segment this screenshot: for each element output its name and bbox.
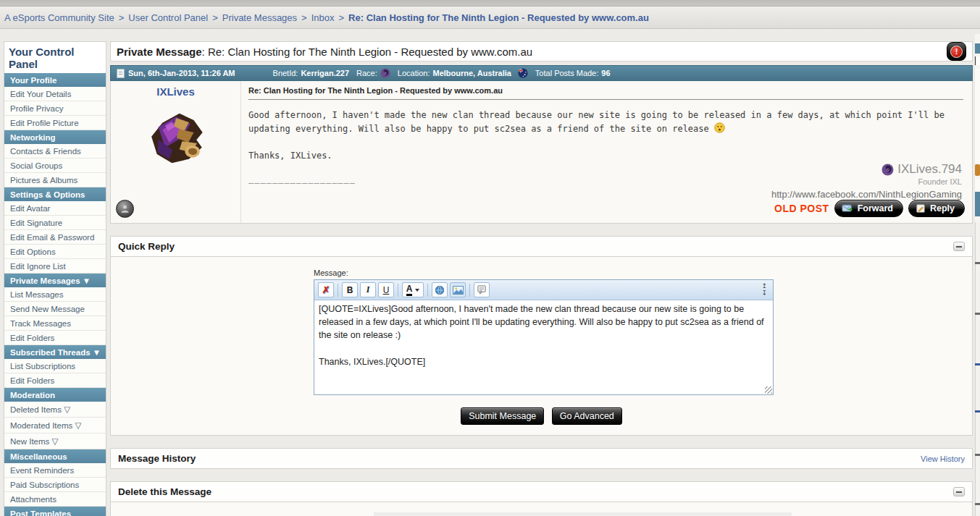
pm-title-text: : Re: Clan Hosting for The Ninth Legion …: [202, 46, 533, 58]
sidebar-section-your-profile[interactable]: Your Profile: [4, 73, 106, 87]
sidebar-item-edit-profile-picture[interactable]: Edit Profile Picture: [4, 116, 106, 130]
breadcrumb-separator: >: [212, 12, 218, 23]
clipped-fragment: [975, 192, 980, 216]
sidebar-item-edit-folders-pm[interactable]: Edit Folders: [4, 331, 106, 345]
reply-pencil-icon: [916, 203, 926, 213]
sidebar-item-edit-folders-subs[interactable]: Edit Folders: [4, 373, 106, 388]
delete-message-title: Delete this Message: [118, 486, 212, 497]
sidebar-section-subscribed-threads[interactable]: Subscribed Threads ▼: [4, 345, 106, 359]
sidebar-item-edit-ignore-list[interactable]: Edit Ignore List: [4, 259, 106, 274]
quick-reply-section: Quick Reply Message: ✗ B I U A: [110, 236, 973, 436]
sidebar-section-post-templates[interactable]: Post Templates: [4, 507, 106, 516]
view-history-link[interactable]: View History: [921, 454, 965, 463]
sidebar-item-moderated-items[interactable]: Moderated Items ▽: [4, 418, 106, 433]
globe-link-icon: [435, 285, 445, 295]
signature-url[interactable]: http://www.facebook.com/NinthLegionGamin…: [771, 189, 962, 200]
sidebar-item-edit-signature[interactable]: Edit Signature: [4, 216, 106, 230]
sidebar-item-deleted-items[interactable]: Deleted Items ▽: [4, 402, 106, 418]
message-history-header: Message History View History: [110, 448, 973, 469]
clipped-fragment: [975, 313, 980, 315]
pm-message-panel: IXLives Re: Clan Ho: [110, 81, 973, 224]
reply-button[interactable]: Reply: [908, 200, 965, 217]
message-field-label: Message:: [314, 268, 774, 277]
sidebar-item-edit-email-password[interactable]: Edit Email & Password: [4, 230, 106, 245]
sidebar-section-settings-options[interactable]: Settings & Options: [4, 187, 106, 201]
smiley-icon: [714, 122, 725, 133]
sidebar-section-private-messages[interactable]: Private Messages ▼: [4, 274, 106, 287]
font-color-button[interactable]: A: [402, 282, 424, 297]
signature-zerg-icon: [881, 164, 894, 176]
underline-button[interactable]: U: [378, 282, 394, 297]
message-history-title: Message History: [118, 453, 196, 464]
reply-label: Reply: [930, 203, 955, 213]
insert-link-button[interactable]: [432, 282, 448, 297]
pm-title-label: Private Message: [117, 46, 202, 58]
sidebar-section-miscellaneous[interactable]: Miscellaneous: [4, 449, 106, 463]
delete-message-header: Delete this Message: [110, 481, 973, 502]
sidebar-section-moderation[interactable]: Moderation: [4, 388, 106, 402]
editor-resize-controls: ↥ ↧: [761, 283, 769, 297]
breadcrumb-separator: >: [338, 12, 344, 23]
sidebar-item-profile-privacy[interactable]: Profile Privacy: [4, 101, 106, 116]
editor-grow-button[interactable]: ↥: [761, 283, 767, 289]
sidebar-item-list-messages[interactable]: List Messages: [4, 287, 106, 302]
insert-image-button[interactable]: [450, 282, 466, 297]
sidebar-item-list-subscriptions[interactable]: List Subscriptions: [4, 359, 106, 373]
sidebar-item-send-new-message[interactable]: Send New Message: [4, 302, 106, 316]
user-offline-status-icon: [116, 200, 134, 218]
report-post-button[interactable]: !: [947, 42, 966, 61]
editor-shrink-button[interactable]: ↧: [761, 290, 767, 297]
bnetid-value: Kerrigan.227: [301, 69, 349, 77]
image-icon: [453, 286, 464, 295]
submit-message-button[interactable]: Submit Message: [461, 407, 544, 425]
sidebar-section-networking[interactable]: Networking: [4, 130, 106, 144]
sidebar-item-edit-your-details[interactable]: Edit Your Details: [4, 87, 106, 101]
pm-title-bar: Private Message: Re: Clan Hosting for Th…: [110, 41, 973, 62]
sidebar-item-edit-avatar[interactable]: Edit Avatar: [4, 201, 106, 216]
collapse-quick-reply-button[interactable]: [953, 242, 965, 251]
signature-handle: IXLives.794: [897, 162, 962, 177]
clipped-fragment: [975, 43, 980, 54]
sidebar-item-edit-options[interactable]: Edit Options: [4, 245, 106, 259]
main-content: Private Message: Re: Clan Hosting for Th…: [110, 41, 973, 516]
breadcrumb-site[interactable]: A eSports Community Site: [4, 12, 114, 23]
go-advanced-button[interactable]: Go Advanced: [552, 407, 622, 425]
message-document-icon: [117, 69, 125, 78]
breadcrumb: A eSports Community Site > User Control …: [0, 7, 980, 29]
quick-reply-header: Quick Reply: [110, 236, 973, 257]
breadcrumb-private-messages[interactable]: Private Messages: [222, 12, 297, 23]
wrap-quote-button[interactable]: [474, 282, 490, 297]
bold-button[interactable]: B: [342, 282, 358, 297]
quick-reply-title: Quick Reply: [118, 241, 175, 252]
breadcrumb-inbox[interactable]: Inbox: [311, 12, 335, 23]
delete-message-body: Delete Message To delete this message, c…: [110, 502, 973, 516]
breadcrumb-separator: >: [301, 12, 307, 23]
author-username[interactable]: IXLives: [111, 85, 240, 98]
sidebar-item-event-reminders[interactable]: Event Reminders: [4, 463, 106, 478]
collapse-delete-section-button[interactable]: [953, 487, 965, 496]
sidebar-item-paid-subscriptions[interactable]: Paid Subscriptions: [4, 478, 106, 492]
sidebar-item-social-groups[interactable]: Social Groups: [4, 158, 106, 173]
clipped-fragment: [975, 262, 980, 264]
delete-message-fieldset: Delete Message To delete this message, c…: [374, 512, 792, 516]
sidebar-item-contacts-friends[interactable]: Contacts & Friends: [4, 144, 106, 158]
author-avatar[interactable]: [111, 109, 240, 167]
forward-button[interactable]: Forward: [834, 200, 903, 217]
remove-formatting-button[interactable]: ✗: [318, 282, 334, 297]
sidebar-title: Your Control Panel: [4, 42, 106, 73]
breadcrumb-user-control-panel[interactable]: User Control Panel: [128, 12, 208, 23]
italic-button[interactable]: I: [360, 282, 376, 297]
pm-action-row: OLD POST Forward Reply: [774, 200, 965, 217]
message-paragraph-2: Thanks, IXLives.: [248, 151, 332, 161]
chevron-down-icon: [415, 289, 419, 292]
sidebar-item-pictures-albums[interactable]: Pictures & Albums: [4, 173, 106, 187]
old-post-badge: OLD POST: [774, 203, 829, 214]
sidebar-item-track-messages[interactable]: Track Messages: [4, 316, 106, 331]
quote-bubble-icon: [477, 285, 487, 295]
location-value: Melbourne, Australia: [432, 69, 511, 77]
quick-reply-textarea[interactable]: [QUOTE=IXLives]Good afternoon, I haven't…: [314, 300, 773, 394]
message-editor: ✗ B I U A: [314, 279, 774, 395]
sidebar-item-attachments[interactable]: Attachments: [4, 492, 106, 507]
delete-message-section: Delete this Message Delete Message To de…: [110, 481, 973, 516]
sidebar-item-new-items[interactable]: New Items ▽: [4, 433, 106, 449]
